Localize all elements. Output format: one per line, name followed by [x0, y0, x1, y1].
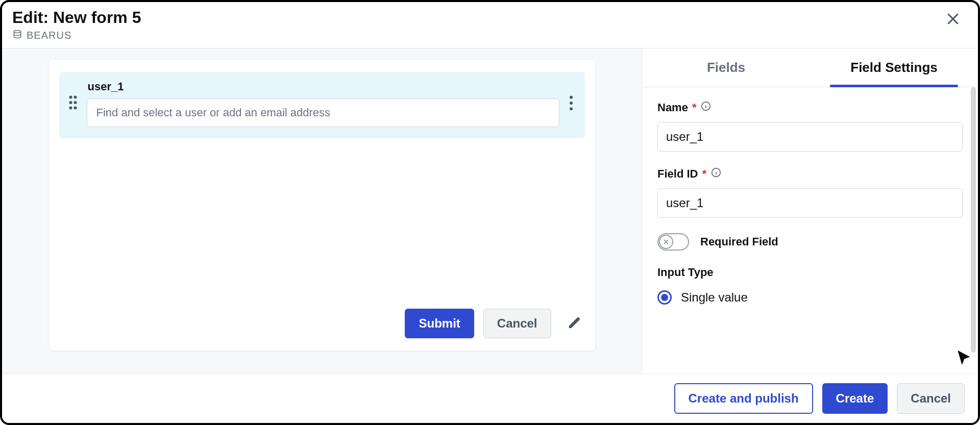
- svg-point-2: [74, 96, 77, 99]
- drag-handle-icon[interactable]: [66, 95, 80, 112]
- svg-point-9: [570, 107, 573, 110]
- modal-footer: Create and publish Create Cancel: [2, 373, 978, 423]
- tab-field-settings[interactable]: Field Settings: [810, 48, 978, 87]
- create-and-publish-button[interactable]: Create and publish: [674, 383, 813, 414]
- info-icon[interactable]: [700, 101, 712, 115]
- form-card: user_1 Submit Cancel: [49, 60, 595, 351]
- modal-header: Edit: New form 5 BEARUS: [2, 2, 978, 48]
- required-toggle-label: Required Field: [700, 235, 778, 248]
- tab-fields[interactable]: Fields: [642, 48, 810, 87]
- database-icon: [12, 29, 22, 42]
- sidebar-scrollbar[interactable]: [970, 87, 978, 353]
- required-star: *: [702, 167, 706, 181]
- edit-buttons-button[interactable]: [565, 313, 585, 335]
- info-icon[interactable]: [710, 167, 722, 181]
- form-cancel-button[interactable]: Cancel: [483, 309, 551, 338]
- name-label: Name *: [657, 101, 963, 115]
- field-label: user_1: [87, 80, 559, 93]
- svg-point-6: [74, 107, 77, 110]
- radio-label: Single value: [681, 290, 748, 305]
- toggle-knob: [659, 235, 673, 249]
- close-icon: [945, 11, 961, 27]
- cancel-button[interactable]: Cancel: [897, 383, 965, 414]
- required-toggle[interactable]: [657, 233, 689, 251]
- radio-single-value[interactable]: Single value: [657, 287, 963, 308]
- kebab-icon: [569, 95, 574, 111]
- x-icon: [663, 238, 670, 245]
- form-canvas: user_1 Submit Cancel: [2, 48, 642, 373]
- settings-sidebar: Fields Field Settings Name * Field ID *: [642, 48, 978, 373]
- pencil-icon: [568, 316, 582, 330]
- svg-point-7: [570, 95, 573, 98]
- svg-point-0: [14, 31, 20, 33]
- user-picker-input[interactable]: [87, 98, 559, 127]
- page-title: Edit: New form 5: [12, 8, 141, 27]
- fieldid-input[interactable]: [657, 188, 963, 218]
- svg-point-3: [69, 101, 72, 104]
- create-button[interactable]: Create: [822, 383, 888, 414]
- required-star: *: [692, 101, 697, 114]
- radio-icon: [657, 290, 672, 305]
- submit-button[interactable]: Submit: [405, 309, 474, 338]
- field-more-button[interactable]: [567, 93, 576, 114]
- datasource-row: BEARUS: [12, 29, 141, 42]
- name-input[interactable]: [657, 122, 963, 152]
- svg-point-8: [570, 102, 573, 105]
- svg-point-4: [74, 101, 77, 104]
- svg-point-1: [69, 96, 72, 99]
- datasource-name: BEARUS: [27, 30, 71, 41]
- form-field-block[interactable]: user_1: [59, 72, 585, 138]
- svg-point-5: [69, 107, 72, 110]
- scrollbar-thumb[interactable]: [971, 87, 976, 353]
- input-type-heading: Input Type: [657, 266, 963, 279]
- fieldid-label: Field ID *: [657, 167, 963, 181]
- sidebar-tabs: Fields Field Settings: [642, 48, 978, 87]
- close-button[interactable]: [942, 8, 964, 31]
